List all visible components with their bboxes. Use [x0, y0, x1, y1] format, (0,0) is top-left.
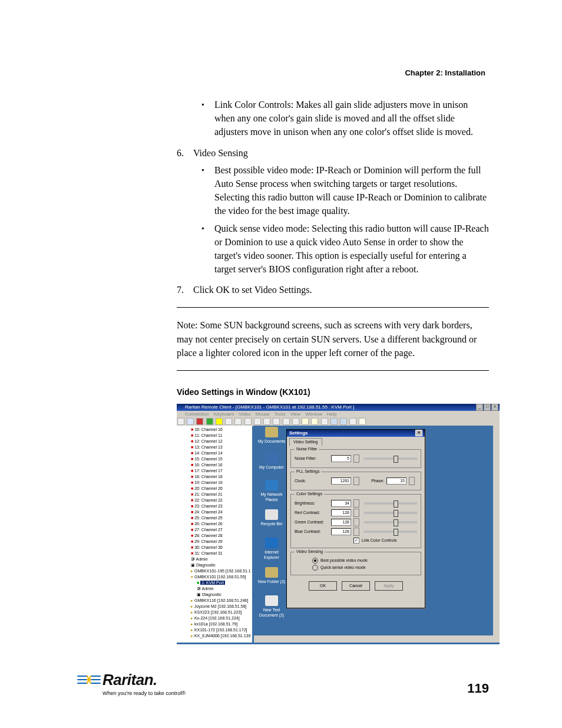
- tree-item[interactable]: ■ 28: Channel 28: [191, 533, 251, 539]
- link-color-checkbox-row[interactable]: ✓ Link Color Controls: [353, 537, 417, 544]
- tree-item[interactable]: ■ 14: Channel 14: [191, 450, 251, 456]
- toolbar-icon[interactable]: [177, 418, 184, 425]
- menu-window[interactable]: Window: [305, 411, 322, 417]
- tree-device[interactable]: ▸ kx101a [192.168.51.79]: [191, 621, 251, 627]
- red-contrast-input[interactable]: 128: [331, 509, 351, 516]
- tree-item[interactable]: ■ 10: Channel 10: [191, 427, 251, 433]
- spin-button[interactable]: [353, 499, 359, 508]
- device-tree[interactable]: ■ 10: Channel 10 ■ 11: Channel 11 ■ 12: …: [177, 426, 252, 643]
- toolbar-icon[interactable]: [263, 418, 270, 425]
- tree-diagnostic[interactable]: ▣ Diagnostic: [191, 562, 251, 568]
- menu-connection[interactable]: Connection: [185, 411, 209, 417]
- toolbar-icon[interactable]: [254, 418, 261, 425]
- tree-item[interactable]: ■ 31: Channel 31: [191, 551, 251, 556]
- tree-item[interactable]: ■ 15: Channel 15: [191, 456, 251, 462]
- spin-button[interactable]: [353, 477, 359, 485]
- toolbar-icon[interactable]: [321, 418, 328, 425]
- blue-contrast-input[interactable]: 128: [331, 528, 351, 535]
- tree-item[interactable]: ■ 13: Channel 13: [191, 444, 251, 450]
- tree-admin[interactable]: 🖳 Admin: [191, 556, 251, 562]
- toolbar-icon[interactable]: [340, 418, 347, 425]
- close-button[interactable]: ×: [491, 404, 498, 411]
- tree-item[interactable]: ■ 12: Channel 12: [191, 439, 251, 444]
- radio-icon[interactable]: [312, 565, 318, 571]
- desktop-icon-mydocs[interactable]: My Documents: [257, 427, 286, 444]
- tree-diagnostic[interactable]: ▣ Diagnostic: [191, 592, 251, 598]
- tree-item[interactable]: ■ 30: Channel 30: [191, 545, 251, 551]
- toolbar-icon[interactable]: [273, 418, 280, 425]
- toolbar-icon[interactable]: [349, 418, 356, 425]
- blue-contrast-slider[interactable]: [364, 531, 417, 533]
- toolbar-icon[interactable]: [283, 418, 290, 425]
- desktop-icon-network[interactable]: My Network Places: [257, 480, 286, 502]
- tree-item[interactable]: ■ 25: Channel 25: [191, 515, 251, 521]
- tree-item[interactable]: ■ 19: Channel 19: [191, 480, 251, 486]
- tree-item[interactable]: ■ 29: Channel 29: [191, 539, 251, 545]
- tree-item[interactable]: ■ 26: Channel 26: [191, 521, 251, 527]
- spin-button[interactable]: [353, 509, 359, 517]
- toolbar-icon[interactable]: [216, 418, 223, 425]
- menu-mouse[interactable]: Mouse: [256, 411, 270, 417]
- brightness-slider[interactable]: [364, 502, 417, 505]
- tree-device[interactable]: ▸ KX_EJM4000 [192.168.51.139: [191, 633, 251, 639]
- toolbar-icon[interactable]: [234, 418, 242, 425]
- maximize-button[interactable]: □: [484, 404, 491, 411]
- toolbar-icon[interactable]: [225, 418, 232, 425]
- tree-admin[interactable]: 🖳 Admin: [191, 586, 251, 592]
- radio-icon[interactable]: [312, 558, 318, 564]
- tree-device[interactable]: ▸ GMBKX101-195 [192.168.51.1: [191, 568, 251, 574]
- tree-item[interactable]: ■ 20: Channel 20: [191, 486, 251, 492]
- tree-device[interactable]: ▸ KSX223 [192.168.51.223]: [191, 610, 251, 615]
- tree-item[interactable]: ■ 22: Channel 22: [191, 498, 251, 503]
- tab-video-setting[interactable]: Video Setting: [289, 438, 322, 446]
- ok-button[interactable]: OK: [309, 581, 337, 591]
- menu-view[interactable]: View: [290, 411, 300, 417]
- tree-device[interactable]: ▸ Kx-224 [192.168.51.224]: [191, 615, 251, 621]
- tree-item[interactable]: ■ 23: Channel 23: [191, 503, 251, 509]
- tree-device[interactable]: ▸ GMBKX116 [192.168.51.246]: [191, 598, 251, 604]
- spin-button[interactable]: [353, 454, 359, 463]
- spin-button[interactable]: [409, 477, 415, 485]
- horizontal-scrollbar[interactable]: [254, 635, 500, 643]
- brightness-input[interactable]: 34: [331, 500, 351, 507]
- clock-input[interactable]: 1281: [331, 477, 351, 485]
- toolbar-help-icon[interactable]: [359, 418, 366, 425]
- toolbar-icon[interactable]: [292, 418, 299, 425]
- tree-device[interactable]: ▾ GMBKX101 [192.168.51.55]: [191, 574, 251, 580]
- spin-button[interactable]: [353, 518, 359, 526]
- desktop-icon-mycomp[interactable]: My Computer: [257, 453, 286, 470]
- menu-tools[interactable]: Tools: [275, 411, 286, 417]
- tree-kvm-port[interactable]: ■ 1: KVM Port: [191, 580, 251, 586]
- dialog-close-button[interactable]: ×: [415, 430, 422, 436]
- radio-best-mode[interactable]: Best possible video mode: [312, 557, 417, 564]
- tree-item[interactable]: ■ 24: Channel 24: [191, 509, 251, 515]
- green-contrast-slider[interactable]: [364, 521, 417, 523]
- minimize-button[interactable]: _: [476, 404, 483, 411]
- desktop-icon-ie[interactable]: Internet Explorer: [257, 538, 286, 560]
- toolbar-icon[interactable]: [196, 418, 203, 425]
- radio-quick-mode[interactable]: Quick sense video mode: [312, 564, 417, 571]
- tree-item[interactable]: ■ 21: Channel 21: [191, 492, 251, 498]
- tree-item[interactable]: ■ 11: Channel 11: [191, 433, 251, 439]
- spin-button[interactable]: [353, 528, 359, 536]
- noise-filter-slider[interactable]: [364, 457, 417, 460]
- tree-item[interactable]: ■ 18: Channel 18: [191, 474, 251, 480]
- toolbar-icon[interactable]: [244, 418, 252, 425]
- noise-filter-input[interactable]: 5: [331, 455, 351, 462]
- toolbar-icon[interactable]: [187, 418, 194, 425]
- phase-input[interactable]: 15: [386, 477, 406, 485]
- tree-item[interactable]: ■ 17: Channel 17: [191, 468, 251, 474]
- tree-item[interactable]: ■ 27: Channel 27: [191, 527, 251, 533]
- green-contrast-input[interactable]: 128: [331, 519, 351, 526]
- toolbar-icon[interactable]: [206, 418, 213, 425]
- red-contrast-slider[interactable]: [364, 512, 417, 514]
- menu-help[interactable]: Help: [327, 411, 336, 417]
- tree-device[interactable]: ▸ KX101-172 [192.168.51.172]: [191, 627, 251, 633]
- apply-button[interactable]: Apply: [375, 581, 403, 591]
- menu-keyboard[interactable]: Keyboard: [214, 411, 234, 417]
- menu-video[interactable]: Video: [239, 411, 250, 417]
- tree-item[interactable]: ■ 16: Channel 16: [191, 462, 251, 468]
- checkbox-icon[interactable]: ✓: [353, 538, 359, 543]
- cancel-button[interactable]: Cancel: [342, 581, 370, 591]
- toolbar-icon[interactable]: [330, 418, 338, 425]
